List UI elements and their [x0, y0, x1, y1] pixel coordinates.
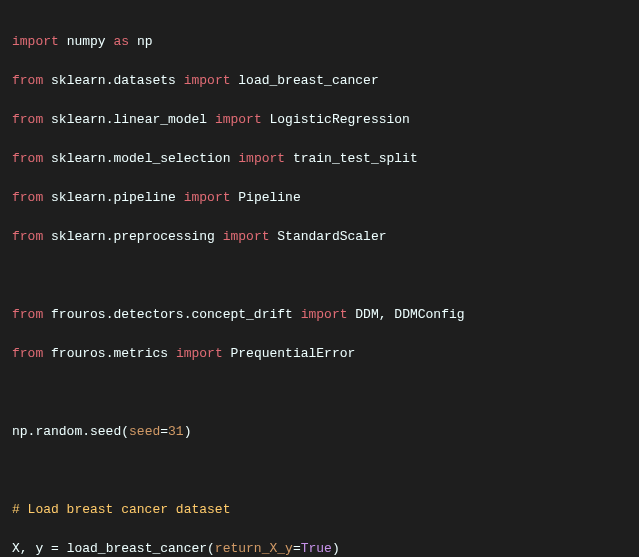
import-name: PrequentialError [231, 346, 356, 361]
keyword: from [12, 112, 43, 127]
keyword: from [12, 229, 43, 244]
module: sklearn.pipeline [51, 190, 176, 205]
module: numpy [67, 34, 106, 49]
import-name: Pipeline [238, 190, 300, 205]
lhs: X, y [12, 541, 51, 556]
call: np.random.seed( [12, 424, 129, 439]
import-name: LogisticRegression [270, 112, 410, 127]
keyword: import [176, 346, 223, 361]
keyword: from [12, 346, 43, 361]
import-name: DDM [355, 307, 378, 322]
code-block: import numpy as np from sklearn.datasets… [12, 12, 627, 557]
keyword: from [12, 190, 43, 205]
keyword: import [12, 34, 59, 49]
code-line: from sklearn.preprocessing import Standa… [12, 227, 627, 247]
code-line-empty [12, 383, 627, 403]
code-line: from frouros.metrics import PrequentialE… [12, 344, 627, 364]
keyword: from [12, 151, 43, 166]
module: frouros.detectors.concept_drift [51, 307, 293, 322]
code-line: import numpy as np [12, 32, 627, 52]
paren: ) [184, 424, 192, 439]
keyword: from [12, 73, 43, 88]
code-line: np.random.seed(seed=31) [12, 422, 627, 442]
keyword: import [301, 307, 348, 322]
keyword: import [238, 151, 285, 166]
import-name: load_breast_cancer [238, 73, 378, 88]
call: load_breast_cancer( [59, 541, 215, 556]
alias: np [137, 34, 153, 49]
module: sklearn.model_selection [51, 151, 230, 166]
comment: # Load breast cancer dataset [12, 502, 230, 517]
module: sklearn.datasets [51, 73, 176, 88]
keyword: import [223, 229, 270, 244]
code-line: from frouros.detectors.concept_drift imp… [12, 305, 627, 325]
constant: True [301, 541, 332, 556]
code-line: from sklearn.datasets import load_breast… [12, 71, 627, 91]
code-line: from sklearn.pipeline import Pipeline [12, 188, 627, 208]
import-name: train_test_split [293, 151, 418, 166]
keyword: from [12, 307, 43, 322]
code-line-empty [12, 266, 627, 286]
keyword: import [215, 112, 262, 127]
import-name: DDMConfig [394, 307, 464, 322]
operator: = [51, 541, 59, 556]
import-name: StandardScaler [277, 229, 386, 244]
code-line: from sklearn.model_selection import trai… [12, 149, 627, 169]
code-line: # Load breast cancer dataset [12, 500, 627, 520]
operator: = [160, 424, 168, 439]
param: return_X_y [215, 541, 293, 556]
module: sklearn.preprocessing [51, 229, 215, 244]
module: frouros.metrics [51, 346, 168, 361]
code-line-empty [12, 461, 627, 481]
module: sklearn.linear_model [51, 112, 207, 127]
number: 31 [168, 424, 184, 439]
operator: = [293, 541, 301, 556]
code-line: from sklearn.linear_model import Logisti… [12, 110, 627, 130]
code-line: X, y = load_breast_cancer(return_X_y=Tru… [12, 539, 627, 558]
paren: ) [332, 541, 340, 556]
param: seed [129, 424, 160, 439]
keyword: as [113, 34, 129, 49]
comma: , [379, 307, 387, 322]
keyword: import [184, 190, 231, 205]
keyword: import [184, 73, 231, 88]
